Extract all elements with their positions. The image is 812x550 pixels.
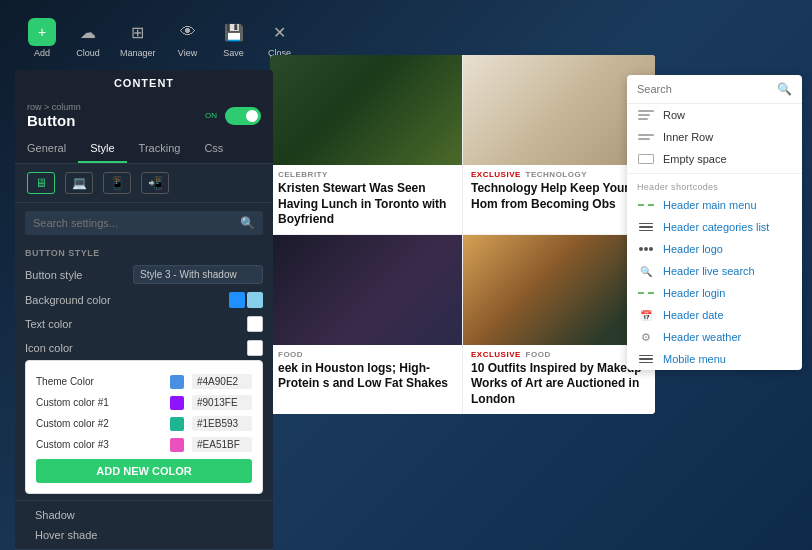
header-search-label: Header live search	[663, 265, 755, 277]
color-picker-row-2: Custom color #2 #1EB593	[36, 413, 252, 434]
right-item-header-logo[interactable]: Header logo	[627, 238, 802, 260]
close-icon: ✕	[266, 18, 294, 46]
tab-general[interactable]: General	[15, 135, 78, 163]
mobile-menu-label: Mobile menu	[663, 353, 726, 365]
right-inner-row-label: Inner Row	[663, 131, 713, 143]
device-icons: 🖥 💻 📱 📲	[15, 164, 273, 203]
button-style-label: BUTTON STYLE	[15, 243, 273, 261]
header-login-label: Header login	[663, 287, 725, 299]
header-login-icon	[637, 287, 655, 299]
content-card-0: CELEBRITY Kristen Stewart Was Seen Havin…	[270, 55, 462, 234]
bg-color-boxes	[229, 292, 263, 308]
cp-swatch-2[interactable]	[170, 417, 184, 431]
tab-style[interactable]: Style	[78, 135, 126, 163]
toolbar-add[interactable]: + Add	[28, 18, 56, 58]
toolbar: + Add ☁ Cloud ⊞ Manager 👁 View 💾 Save ✕ …	[28, 18, 294, 58]
right-empty-label: Empty space	[663, 153, 727, 165]
toolbar-close[interactable]: ✕ Close	[266, 18, 294, 58]
content-grid: CELEBRITY Kristen Stewart Was Seen Havin…	[270, 55, 655, 414]
header-logo-label: Header logo	[663, 243, 723, 255]
tab-css[interactable]: Css	[192, 135, 235, 163]
right-item-inner-row[interactable]: Inner Row	[627, 126, 802, 148]
inner-row-bars	[638, 134, 654, 140]
cp-value-3: #EA51BF	[192, 437, 252, 452]
text-color-label: Text color	[25, 318, 241, 330]
cp-label-2: Custom color #2	[36, 418, 162, 429]
right-search-input[interactable]	[637, 83, 772, 95]
toggle-switch[interactable]	[225, 107, 261, 125]
icon-color-boxes	[247, 340, 263, 356]
exclusive-tag-3: EXCLUSIVE	[471, 350, 521, 359]
cp-label-3: Custom color #3	[36, 439, 162, 450]
toolbar-cloud[interactable]: ☁ Cloud	[74, 18, 102, 58]
color-picker-row-1: Custom color #1 #9013FE	[36, 392, 252, 413]
cloud-icon: ☁	[74, 18, 102, 46]
toggle-knob	[246, 110, 258, 122]
desktop-icon[interactable]: 🖥	[27, 172, 55, 194]
row-bars	[638, 110, 654, 120]
left-panel: CONTENT row > column Button ON General S…	[15, 70, 273, 550]
tab-tracking[interactable]: Tracking	[127, 135, 193, 163]
toolbar-save[interactable]: 💾 Save	[220, 18, 248, 58]
toggle-container[interactable]: ON	[205, 107, 261, 125]
cp-swatch-0[interactable]	[170, 375, 184, 389]
right-search[interactable]: 🔍	[627, 75, 802, 104]
toolbar-view[interactable]: 👁 View	[174, 18, 202, 58]
add-icon: +	[28, 18, 56, 46]
toolbar-manager[interactable]: ⊞ Manager	[120, 18, 156, 58]
right-search-icon: 🔍	[777, 82, 792, 96]
breadcrumb: row > column	[27, 102, 81, 112]
cp-swatch-1[interactable]	[170, 396, 184, 410]
color-picker-row-0: Theme Color #4A90E2	[36, 371, 252, 392]
cp-value-2: #1EB593	[192, 416, 252, 431]
text-color-box[interactable]	[247, 316, 263, 332]
right-panel: 🔍 Row Inner Row Empty space Header short…	[627, 75, 802, 370]
panel-header-left: row > column Button	[27, 102, 81, 129]
content-label: CONTENT	[15, 70, 273, 96]
mobile-icon[interactable]: 📲	[141, 172, 169, 194]
card-title-0: Kristen Stewart Was Seen Having Lunch in…	[270, 181, 462, 234]
card-title-3: 10 Outfits Inspired by Makeup Works of A…	[463, 361, 655, 414]
add-color-button[interactable]: ADD NEW COLOR	[36, 459, 252, 483]
cp-swatch-3[interactable]	[170, 438, 184, 452]
header-categories-icon	[637, 221, 655, 233]
exclusive-tag-1: EXCLUSIVE	[471, 170, 521, 179]
right-item-header-date[interactable]: 📅 Header date	[627, 304, 802, 326]
color-picker-dropdown: Theme Color #4A90E2 Custom color #1 #901…	[25, 360, 263, 494]
header-weather-icon: ⚙	[637, 331, 655, 343]
card-category-0: CELEBRITY	[270, 165, 462, 181]
toggle-label: ON	[205, 111, 217, 120]
hover-shadow-label: Hover shade	[35, 529, 253, 541]
text-color-boxes	[247, 316, 263, 332]
save-icon: 💾	[220, 18, 248, 46]
search-settings[interactable]: 🔍	[25, 211, 263, 235]
icon-color-box[interactable]	[247, 340, 263, 356]
laptop-icon[interactable]: 💻	[65, 172, 93, 194]
panel-title: Button	[27, 112, 81, 129]
bg-color-box-2[interactable]	[247, 292, 263, 308]
tablet-icon[interactable]: 📱	[103, 172, 131, 194]
right-item-header-search[interactable]: 🔍 Header live search	[627, 260, 802, 282]
bg-color-box-1[interactable]	[229, 292, 245, 308]
shadow-row: Shadow	[25, 505, 263, 525]
content-card-2: FOOD eek in Houston logs; High-Protein s…	[270, 235, 462, 414]
view-icon: 👁	[174, 18, 202, 46]
right-item-mobile-menu[interactable]: Mobile menu	[627, 348, 802, 370]
text-color-row: Text color	[15, 312, 273, 336]
search-icon: 🔍	[240, 216, 255, 230]
card-category-2: FOOD	[270, 345, 462, 361]
cp-label-1: Custom color #1	[36, 397, 162, 408]
button-style-select[interactable]: Style 3 - With shadow	[133, 265, 263, 284]
right-item-header-main-menu[interactable]: Header main menu	[627, 194, 802, 216]
search-input[interactable]	[33, 217, 240, 229]
right-item-header-categories[interactable]: Header categories list	[627, 216, 802, 238]
right-item-row[interactable]: Row	[627, 104, 802, 126]
content-area: CELEBRITY Kristen Stewart Was Seen Havin…	[270, 55, 655, 414]
right-item-header-weather[interactable]: ⚙ Header weather	[627, 326, 802, 348]
icon-color-label: Icon color	[25, 342, 241, 354]
shadow-label: Shadow	[35, 509, 253, 521]
right-item-header-login[interactable]: Header login	[627, 282, 802, 304]
shadow-section: Shadow Hover shade	[15, 500, 273, 549]
cp-label-0: Theme Color	[36, 376, 162, 387]
right-item-empty-space[interactable]: Empty space	[627, 148, 802, 170]
